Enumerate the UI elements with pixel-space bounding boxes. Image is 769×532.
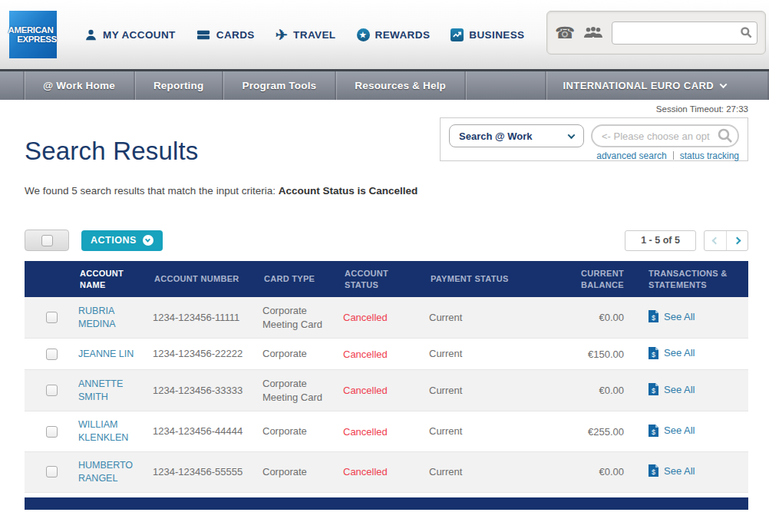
advanced-search-link[interactable]: advanced search: [596, 150, 666, 161]
results-toolbar: ACTIONS 1 - 5 of 5: [25, 230, 748, 251]
table-row: ANNETTE SMITH 1234-123456-33333 Corporat…: [25, 370, 748, 411]
row-checkbox[interactable]: [46, 349, 58, 360]
account-number: 1234-123456-22222: [153, 347, 262, 361]
search-at-work-label: Search @ Work: [459, 131, 533, 142]
account-name-link[interactable]: JEANNE LIN: [78, 348, 153, 361]
table-header: ACCOUNT NAME ACCOUNT NUMBER CARD TYPE AC…: [25, 261, 748, 297]
statement-dollar-icon: $: [649, 464, 658, 477]
account-number: 1234-123456-55555: [153, 465, 262, 479]
nav-rewards[interactable]: ★ REWARDS: [357, 28, 431, 41]
business-chart-icon: [451, 28, 464, 41]
account-status: Cancelled: [343, 426, 429, 438]
account-name-link[interactable]: WILLIAM KLENKLEN: [78, 418, 153, 444]
current-balance: €0.00: [544, 385, 633, 396]
user-icon: [84, 28, 97, 41]
col-account-name: ACCOUNT NAME: [78, 263, 153, 296]
logo-line2: EXPRESS: [17, 35, 57, 44]
session-timeout: Session Timeout: 27:33: [25, 104, 748, 116]
results-summary: We found 5 search results that match the…: [25, 185, 748, 197]
amex-logo[interactable]: AMERICAN EXPRESS: [9, 11, 57, 58]
top-header: AMERICAN EXPRESS MY ACCOUNT CARDS ✈ TRAV…: [0, 0, 769, 69]
header-search-wrap: [612, 21, 757, 45]
account-number: 1234-123456-44444: [153, 425, 262, 438]
nav-cards[interactable]: CARDS: [196, 28, 255, 41]
see-all-link[interactable]: $ See All: [649, 464, 695, 477]
current-balance: €255.00: [544, 426, 633, 438]
payment-status: Current: [429, 465, 544, 479]
row-checkbox[interactable]: [46, 312, 58, 323]
table-row: JEANNE LIN 1234-123456-22222 Corporate C…: [25, 339, 748, 370]
next-page-button[interactable]: [726, 231, 748, 250]
see-all-link[interactable]: $ See All: [649, 310, 695, 322]
search-icon[interactable]: [740, 26, 753, 42]
account-status: Cancelled: [343, 349, 429, 360]
main-content: Session Timeout: 27:33 Search @ Work adv…: [25, 100, 748, 510]
pager-buttons: [704, 230, 748, 251]
nav-my-account[interactable]: MY ACCOUNT: [84, 28, 176, 41]
payment-status: Current: [429, 347, 544, 361]
actions-button[interactable]: ACTIONS: [81, 230, 163, 251]
subnav-bar: @ Work Home Reporting Program Tools Reso…: [0, 69, 769, 100]
col-card-type: CARD TYPE: [262, 269, 343, 289]
see-all-link[interactable]: $ See All: [649, 383, 695, 395]
select-all-checkbox[interactable]: [41, 235, 53, 246]
row-checkbox[interactable]: [46, 385, 58, 396]
see-all-link[interactable]: $ See All: [649, 347, 695, 359]
svg-text:$: $: [652, 350, 655, 358]
nav-label: REWARDS: [375, 29, 431, 41]
results-table: ACCOUNT NAME ACCOUNT NUMBER CARD TYPE AC…: [25, 261, 748, 510]
card-type: Corporate Meeting Card: [262, 304, 343, 331]
account-number: 1234-123456-11111: [153, 311, 262, 325]
pagination-range: 1 - 5 of 5: [625, 230, 696, 251]
col-transactions: TRANSACTIONS & STATEMENTS: [633, 263, 748, 296]
payment-status: Current: [429, 311, 544, 325]
account-status: Cancelled: [343, 385, 429, 396]
payment-status: Current: [429, 425, 544, 438]
header-contact-box: ☎: [546, 11, 766, 55]
link-divider: [673, 151, 674, 160]
current-balance: €150.00: [544, 349, 633, 360]
search-criteria: Account Status is Cancelled: [279, 185, 418, 197]
header-search-input[interactable]: [612, 21, 757, 45]
people-icon[interactable]: [583, 26, 603, 39]
chevron-down-circle-icon: [143, 235, 153, 246]
account-status: Cancelled: [343, 466, 429, 477]
statement-dollar-icon: $: [649, 347, 658, 359]
card-selector-dropdown[interactable]: INTERNATIONAL EURO CARD: [546, 71, 744, 100]
col-current-balance: CURRENT BALANCE: [544, 263, 633, 296]
phone-icon[interactable]: ☎: [555, 25, 575, 41]
prev-page-button[interactable]: [705, 231, 726, 250]
table-footer-bar: [25, 497, 748, 510]
table-row: RUBRIA MEDINA 1234-123456-11111 Corporat…: [25, 297, 748, 339]
nav-label: TRAVEL: [293, 29, 335, 41]
see-all-link[interactable]: $ See All: [649, 425, 695, 437]
status-tracking-link[interactable]: status tracking: [680, 150, 739, 161]
subnav-program-tools[interactable]: Program Tools: [223, 71, 335, 100]
nav-label: BUSINESS: [469, 29, 524, 41]
rewards-star-icon: ★: [357, 28, 370, 41]
row-checkbox[interactable]: [46, 466, 58, 477]
account-name-link[interactable]: HUMBERTO RANGEL: [78, 459, 153, 485]
nav-business[interactable]: BUSINESS: [451, 28, 524, 41]
col-account-status: ACCOUNT STATUS: [343, 263, 429, 296]
nav-travel[interactable]: ✈ TRAVEL: [276, 28, 336, 42]
nav-label: MY ACCOUNT: [103, 29, 176, 41]
search-icon[interactable]: [717, 127, 734, 147]
table-body: RUBRIA MEDINA 1234-123456-11111 Corporat…: [25, 297, 748, 493]
select-all-wrap: [25, 230, 69, 251]
row-checkbox[interactable]: [46, 426, 58, 438]
checkbox-column-header: [25, 275, 78, 284]
pagination: 1 - 5 of 5: [625, 230, 748, 251]
search-at-work-dropdown[interactable]: Search @ Work: [449, 124, 584, 147]
quick-search-input-wrap: [591, 124, 739, 147]
account-name-link[interactable]: ANNETTE SMITH: [78, 378, 153, 404]
svg-text:$: $: [652, 314, 655, 322]
card-selector-label: INTERNATIONAL EURO CARD: [563, 80, 715, 91]
card-type: Corporate: [262, 425, 343, 438]
subnav-work-home[interactable]: @ Work Home: [25, 71, 134, 100]
chevron-down-icon: [720, 81, 728, 88]
account-name-link[interactable]: RUBRIA MEDINA: [78, 305, 153, 331]
col-payment-status: PAYMENT STATUS: [429, 269, 544, 289]
subnav-reporting[interactable]: Reporting: [135, 71, 223, 100]
subnav-resources-help[interactable]: Resources & Help: [336, 71, 464, 100]
